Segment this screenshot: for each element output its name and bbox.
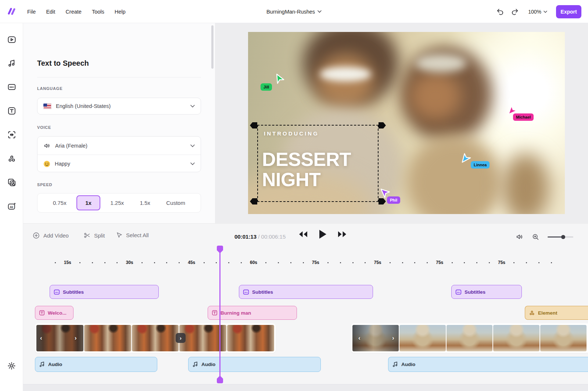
sidebar-item-transitions[interactable] (7, 130, 17, 140)
text-clip-welcome[interactable]: Welco... (35, 306, 74, 320)
elements-icon (7, 154, 17, 163)
video-icon (7, 35, 17, 44)
menu-tools[interactable]: Tools (92, 9, 104, 15)
overlay-kicker-text[interactable]: INTRODUCING (264, 130, 319, 137)
rewind-button[interactable] (298, 231, 308, 238)
music-note-icon (192, 361, 198, 368)
music-note-icon (39, 361, 45, 368)
music-icon (7, 58, 17, 68)
sidebar-item-text[interactable] (7, 106, 17, 116)
subtitles-icon (54, 289, 60, 295)
speed-option-custom[interactable]: Custom (160, 195, 191, 210)
text-icon (212, 310, 218, 316)
selection-handle-top-left[interactable] (250, 122, 257, 128)
video-distant-figure (502, 153, 549, 214)
text-clip-burning-man[interactable]: Burning man (208, 306, 297, 320)
video-figure-torso-right (406, 135, 502, 214)
voice-value: Aria (Female) (55, 143, 186, 149)
clip-label: Element (538, 310, 557, 316)
export-button[interactable]: Export (556, 5, 581, 18)
element-clip[interactable]: Element (525, 306, 588, 320)
cursor-label: Michael (513, 113, 534, 121)
subtitles-clip-3[interactable]: Subtitles (451, 285, 522, 299)
speed-option-1x[interactable]: 1x (76, 195, 100, 210)
fast-forward-button[interactable] (337, 231, 347, 238)
timeline-zoom-slider[interactable] (548, 232, 573, 241)
sidebar-item-subtitles[interactable] (7, 82, 17, 92)
canvas-zoom-value: 100% (528, 9, 541, 15)
menu-edit[interactable]: Edit (46, 9, 55, 15)
emotion-select[interactable]: Happy (37, 155, 201, 173)
clip-label: Subtitles (63, 289, 84, 295)
sidebar-item-overlays[interactable] (7, 178, 17, 187)
language-select[interactable]: English (United-States) (37, 98, 201, 115)
menu-file[interactable]: File (27, 9, 36, 15)
ruler-tick-label: 45s (188, 260, 195, 265)
playhead-handle-bottom[interactable] (217, 376, 223, 383)
redo-icon (511, 8, 519, 16)
subtitles-clip-1[interactable]: Subtitles (50, 285, 159, 299)
voice-select[interactable]: Aria (Female) (37, 137, 201, 155)
topbar-right: 100% Export (496, 0, 581, 23)
split-label: Split (94, 232, 105, 239)
chevron-down-icon (544, 11, 547, 13)
clip-next-icon[interactable]: › (75, 334, 77, 342)
audio-clip-1[interactable]: Audio (35, 357, 157, 372)
scissors-icon (83, 232, 91, 239)
chevron-down-icon (190, 144, 195, 147)
video-clip-1[interactable]: ‹ › › (35, 323, 276, 353)
menu-help[interactable]: Help (115, 9, 126, 15)
mute-button[interactable] (516, 233, 524, 241)
text-icon (7, 106, 17, 116)
video-sunglasses-hint (320, 67, 371, 82)
ai-sparkle-icon: AI (7, 202, 17, 211)
video-thumbnail (399, 325, 446, 351)
clip-label: Audio (401, 362, 415, 367)
clip-label: Subtitles (252, 289, 273, 295)
clip-prev-icon[interactable]: ‹ (358, 334, 361, 342)
menu-create[interactable]: Create (65, 9, 82, 15)
speed-option-075x[interactable]: 0.75x (47, 195, 72, 210)
clip-prev-icon[interactable]: ‹ (40, 334, 42, 342)
add-video-button[interactable]: Add Video (32, 232, 69, 239)
subtitles-icon (455, 289, 462, 295)
subtitles-icon (243, 289, 249, 295)
settings-button[interactable] (7, 361, 17, 371)
undo-button[interactable] (496, 7, 505, 16)
clip-next-icon[interactable]: › (392, 334, 394, 342)
video-clip-2[interactable]: ‹ › (351, 323, 588, 353)
expand-clip-button[interactable]: › (176, 333, 186, 343)
clip-label: Burning man (220, 310, 251, 316)
clip-label: Welco... (48, 310, 67, 316)
video-thumbnail (84, 325, 131, 351)
slider-knob[interactable] (561, 235, 565, 239)
split-button[interactable]: Split (83, 232, 105, 239)
canvas-zoom-dropdown[interactable]: 100% (528, 9, 547, 15)
subtitles-clip-2[interactable]: Subtitles (239, 285, 373, 299)
sidebar-item-video[interactable] (7, 35, 17, 44)
sidebar-item-ai[interactable]: AI (7, 202, 17, 211)
timeline-ruler[interactable]: 15s30s45s60s75s75s75s75s (55, 259, 551, 266)
overlay-title-text[interactable]: DESSERT NIGHT (262, 149, 351, 190)
emotion-value: Happy (55, 161, 186, 167)
language-label: LANGUAGE (37, 86, 62, 91)
playhead-line[interactable] (219, 247, 220, 379)
sidebar-item-audio[interactable] (7, 58, 17, 68)
play-button[interactable] (319, 229, 327, 239)
audio-clip-2[interactable]: Audio (188, 357, 321, 372)
select-all-button[interactable]: Select All (116, 232, 149, 239)
video-editor-app: File Edit Create Tools Help BurningMan-R… (0, 0, 588, 391)
panel-scrollbar[interactable] (211, 25, 214, 69)
sidebar-item-elements[interactable] (7, 154, 17, 163)
audio-clip-3[interactable]: Audio (388, 357, 588, 372)
redo-button[interactable] (510, 7, 519, 16)
app-logo-icon[interactable] (7, 6, 18, 17)
video-canvas[interactable]: INTRODUCING DESSERT NIGHT (248, 32, 565, 214)
timeline-zoom-icon[interactable] (532, 233, 539, 241)
speed-option-125x[interactable]: 1.25x (104, 195, 130, 210)
music-note-icon (392, 361, 398, 368)
speed-option-15x[interactable]: 1.5x (134, 195, 156, 210)
project-name-dropdown[interactable]: BurningMan-Rushes (266, 0, 322, 23)
chevron-down-icon (190, 105, 195, 108)
playhead-handle-top[interactable] (217, 246, 223, 253)
